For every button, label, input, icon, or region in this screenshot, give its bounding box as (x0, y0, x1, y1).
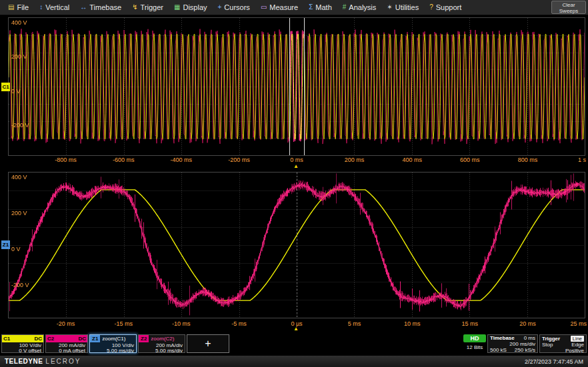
c1-vscale: 100 V/div (2, 343, 43, 348)
timebase-title: Timebase (490, 336, 515, 341)
z1-vscale: 100 V/div (90, 343, 136, 348)
menu-utilities[interactable]: ✶ Utilities (381, 0, 424, 15)
channel-marker-c1[interactable]: C1 (1, 83, 10, 91)
timebase-samples: 500 kS (490, 348, 507, 353)
z2-source: zoom(C2) (151, 336, 174, 342)
brand-teledyne: TELEDYNE (5, 358, 43, 365)
x-tick-label: 600 ms (460, 157, 480, 163)
trigger-source-badge: Line (571, 336, 584, 342)
trigger-summary[interactable]: Trigger Line Stop Edge Positive (539, 334, 587, 353)
support-icon: ? (429, 4, 433, 11)
trigger-time-marker-zoom[interactable]: ▲ (293, 326, 299, 332)
z1-hscale: 5.00 ms/div (90, 348, 136, 353)
menu-display-label: Display (183, 3, 207, 11)
vertical-icon: ↕ (39, 4, 43, 11)
menu-file-label: File (17, 3, 29, 11)
menu-analysis-label: Analysis (349, 3, 376, 11)
menu-utilities-label: Utilities (395, 3, 419, 11)
trigger-type: Edge (571, 342, 584, 348)
z1-source: zoom(C1) (102, 336, 125, 342)
c2-coupling-badge: DC (78, 336, 86, 342)
trigger-time-marker-main[interactable]: ▲ (293, 164, 299, 169)
zoom-graticule: 400 V 200 V 0 V -200 V Z1 (8, 172, 585, 318)
menu-support-label: Support (436, 3, 462, 11)
menu-vertical[interactable]: ↕ Vertical (34, 0, 75, 15)
x-tick-label: 800 ms (518, 157, 538, 163)
add-trace-button[interactable]: + (187, 334, 229, 353)
oscilloscope-app: ▤ File ↕ Vertical ↔ Timebase ↯ Trigger ▦… (0, 0, 588, 367)
c1-coupling-badge: DC (34, 336, 42, 342)
menu-timebase-label: Timebase (89, 3, 121, 11)
x-tick-label: -600 ms (113, 157, 135, 163)
c1-descriptor[interactable]: C1 DC 100 V/div 0 V offset (1, 334, 44, 353)
menu-vertical-label: Vertical (45, 3, 69, 11)
clear-sweeps-button[interactable]: Clear Sweeps (551, 1, 586, 14)
main-waveform-display[interactable] (9, 18, 585, 155)
x-tick-label: -400 ms (171, 157, 193, 163)
trigger-slope: Positive (565, 348, 584, 354)
trigger-title: Trigger (542, 336, 560, 342)
timebase-rate: 250 kS/s (515, 348, 535, 353)
analysis-icon: # (343, 4, 347, 11)
adc-bits-label: 12 Bits (463, 344, 486, 350)
display-icon: ▦ (174, 4, 180, 11)
plus-icon: + (205, 338, 211, 350)
x-tick-label: 10 ms (404, 320, 421, 327)
c1-offset: 0 V offset (2, 348, 43, 353)
x-tick-label: 200 ms (345, 157, 365, 163)
x-tick-label: 1 s (578, 157, 586, 163)
x-tick-label: 15 ms (462, 320, 479, 327)
c2-vscale: 200 mA/div (46, 343, 87, 348)
status-bar: TELEDYNELECROY 2/27/2023 7:47:45 AM (0, 356, 588, 367)
descriptor-bar: C1 DC 100 V/div 0 V offset C2 DC 200 mA/… (0, 334, 588, 354)
timebase-icon: ↔ (80, 4, 87, 11)
math-icon: Σ (309, 4, 313, 11)
hd-mode-indicator[interactable]: HD 12 Bits (463, 334, 486, 353)
channel-marker-z1[interactable]: Z1 (1, 240, 10, 249)
zoom-waveform-display[interactable] (9, 173, 585, 318)
c1-channel-id: C1 (3, 336, 10, 342)
brand-logo: TELEDYNELECROY (5, 358, 81, 365)
x-tick-label: -200 ms (228, 157, 250, 163)
menu-trigger-label: Trigger (141, 3, 163, 11)
timebase-offset: 0 ms (524, 336, 535, 341)
clear-sweeps-label-1: Clear (552, 2, 585, 8)
brand-lecroy: LECROY (45, 358, 81, 365)
measure-icon: ▭ (261, 4, 267, 11)
menu-support[interactable]: ? Support (424, 0, 467, 15)
menu-cursors[interactable]: + Cursors (213, 0, 255, 15)
trigger-icon: ↯ (132, 4, 137, 11)
timebase-scale: 200 ms/div (509, 342, 535, 347)
x-tick-label: -5 ms (231, 320, 247, 327)
c2-descriptor[interactable]: C2 DC 200 mA/div 0 mA offset (45, 334, 88, 353)
file-icon: ▤ (8, 4, 14, 11)
c2-offset: 0 mA offset (46, 348, 87, 353)
datetime-display: 2/27/2023 7:47:45 AM (525, 358, 583, 365)
cursors-icon: + (218, 4, 222, 11)
timebase-summary[interactable]: Timebase 0 ms 200 ms/div 500 kS 250 kS/s (487, 334, 538, 353)
z2-hscale: 5.00 ms/div (139, 348, 185, 353)
menu-display[interactable]: ▦ Display (169, 0, 213, 15)
menu-measure-label: Measure (269, 3, 298, 11)
menu-bar: ▤ File ↕ Vertical ↔ Timebase ↯ Trigger ▦… (0, 0, 588, 15)
menu-math[interactable]: Σ Math (303, 0, 337, 15)
x-tick-label: 25 ms (570, 320, 587, 327)
main-graticule: 400 V 200 V 0 V -200 V C1 (8, 17, 585, 156)
menu-analysis[interactable]: # Analysis (337, 0, 382, 15)
c2-channel-id: C2 (47, 336, 54, 342)
z2-vscale: 200 mA/div (139, 343, 185, 348)
menu-trigger[interactable]: ↯ Trigger (127, 0, 169, 15)
clear-sweeps-label-2: Sweeps (552, 8, 585, 14)
menu-file[interactable]: ▤ File (3, 0, 34, 15)
menu-math-label: Math (315, 3, 331, 11)
x-tick-label: 400 ms (402, 157, 422, 163)
utilities-icon: ✶ (387, 4, 392, 11)
x-tick-label: -15 ms (114, 320, 133, 327)
z2-trace-id: Z2 (139, 335, 149, 342)
z1-descriptor[interactable]: Z1 zoom(C1) 100 V/div 5.00 ms/div (89, 334, 137, 353)
z2-descriptor[interactable]: Z2 zoom(C2) 200 mA/div 5.00 ms/div (138, 334, 185, 353)
hd-badge: HD (463, 334, 486, 342)
menu-measure[interactable]: ▭ Measure (255, 0, 303, 15)
x-tick-label: -800 ms (55, 157, 77, 163)
menu-timebase[interactable]: ↔ Timebase (75, 0, 127, 15)
